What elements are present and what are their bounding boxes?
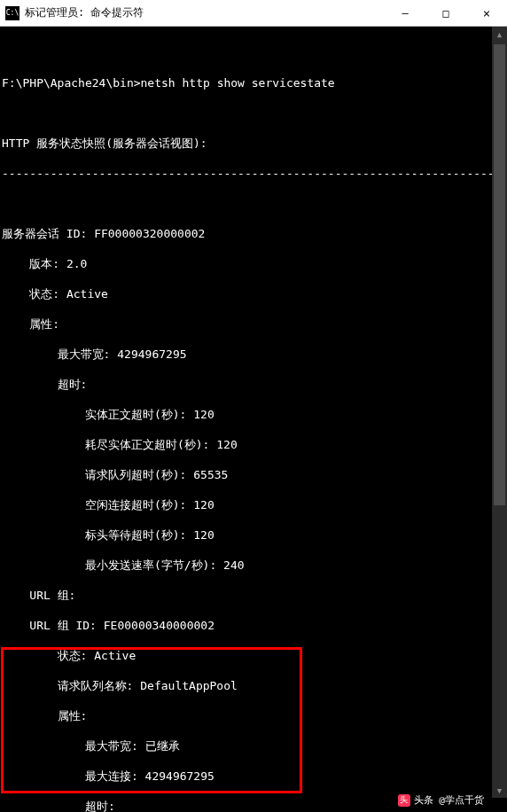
watermark: 头 头条 @学点干货 xyxy=(394,792,488,808)
prompt-path: F:\PHP\Apache24\bin> xyxy=(2,76,141,90)
session-attr: 属性: xyxy=(2,316,505,332)
window-title: 标记管理员: 命令提示符 xyxy=(25,5,385,20)
timeout-queue: 请求队列超时(秒): 65535 xyxy=(2,467,505,482)
url-group: URL 组: xyxy=(2,588,505,603)
vertical-scrollbar[interactable]: ▲ ▼ xyxy=(492,27,507,798)
group-state: 状态: Active xyxy=(2,648,505,663)
watermark-logo-icon: 头 xyxy=(398,794,410,807)
session-id: 服务器会话 ID: FF00000320000002 xyxy=(2,226,505,241)
output-header: HTTP 服务状态快照(服务器会话视图): xyxy=(2,136,505,151)
scrollbar-thumb[interactable] xyxy=(494,44,505,505)
timeout-idle: 空闲连接超时(秒): 120 xyxy=(2,497,505,512)
close-button[interactable]: × xyxy=(466,0,507,27)
timeout-label: 超时: xyxy=(2,377,505,392)
timeout-entity: 实体正文超时(秒): 120 xyxy=(2,407,505,422)
blank-line xyxy=(2,105,505,121)
min-send-rate: 最小发送速率(字节/秒): 240 xyxy=(2,558,505,573)
group-max-bw: 最大带宽: 已继承 xyxy=(2,738,505,753)
titlebar[interactable]: C:\ 标记管理员: 命令提示符 — □ × xyxy=(0,0,507,27)
maximize-button[interactable]: □ xyxy=(425,0,466,27)
group-attr: 属性: xyxy=(2,708,505,723)
session-state: 状态: Active xyxy=(2,286,505,301)
url-group-id: URL 组 ID: FE00000340000002 xyxy=(2,618,505,633)
prompt-line: F:\PHP\Apache24\bin>netsh http show serv… xyxy=(2,75,505,90)
divider-line: ----------------------------------------… xyxy=(2,166,505,181)
group-max-conn: 最大连接: 4294967295 xyxy=(2,769,505,784)
max-bandwidth: 最大带宽: 4294967295 xyxy=(2,347,505,362)
blank-line xyxy=(2,196,505,211)
scroll-down-arrow[interactable]: ▼ xyxy=(492,783,507,798)
scroll-up-arrow[interactable]: ▲ xyxy=(492,27,507,42)
blank-line xyxy=(2,45,505,60)
session-version: 版本: 2.0 xyxy=(2,256,505,271)
group-queue-name: 请求队列名称: DefaultAppPool xyxy=(2,678,505,693)
console-area[interactable]: F:\PHP\Apache24\bin>netsh http show serv… xyxy=(0,27,507,812)
timeout-drain: 耗尽实体正文超时(秒): 120 xyxy=(2,437,505,452)
minimize-button[interactable]: — xyxy=(385,0,425,27)
timeout-header: 标头等待超时(秒): 120 xyxy=(2,527,505,543)
cmd-icon: C:\ xyxy=(5,6,20,20)
watermark-text: 头条 @学点干货 xyxy=(414,793,484,807)
entered-command: netsh http show servicestate xyxy=(141,76,335,90)
